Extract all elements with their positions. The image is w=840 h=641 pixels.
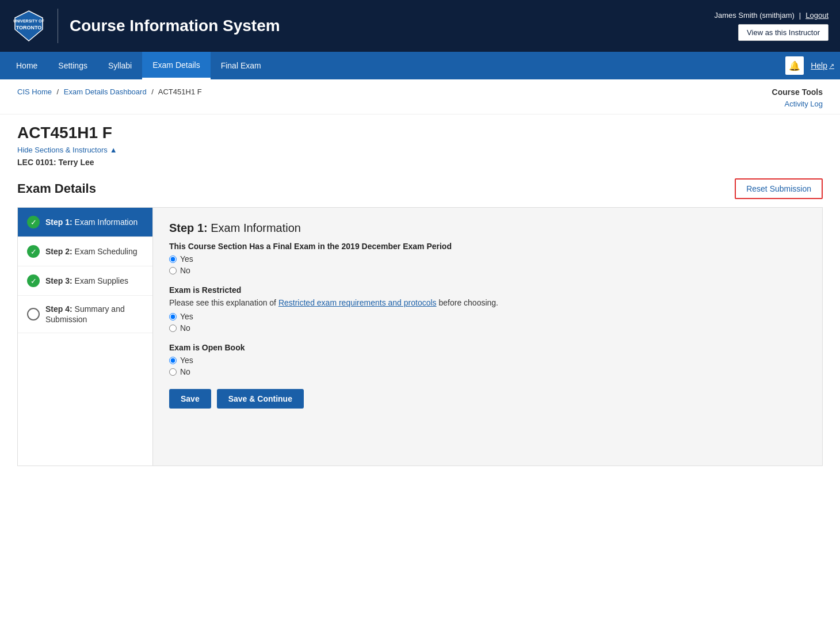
- exam-details-section: Exam Details Reset Submission ✓ Step 1: …: [0, 167, 840, 478]
- step-1-label: Step 1: Exam Information: [45, 217, 138, 227]
- logo-area: UNIVERSITY OF TORONTO: [12, 9, 46, 43]
- breadcrumb: CIS Home / Exam Details Dashboard / ACT4…: [17, 87, 202, 96]
- q2-yes-option: Yes: [169, 312, 806, 321]
- step-2-check-icon: ✓: [27, 245, 40, 258]
- step-3-item[interactable]: ✓ Step 3: Exam Supplies: [18, 266, 152, 296]
- q3-no-radio[interactable]: [169, 368, 177, 376]
- navbar-right: 🔔 Help ↗: [785, 56, 834, 75]
- breadcrumb-cis-home[interactable]: CIS Home: [17, 87, 52, 96]
- app-title: Course Information System: [70, 17, 280, 35]
- question-3-title: Exam is Open Book: [169, 343, 806, 352]
- navbar-links: Home Settings Syllabi Exam Details Final…: [6, 52, 785, 79]
- help-label: Help: [811, 61, 827, 70]
- step-3-check-icon: ✓: [27, 274, 40, 287]
- breadcrumb-sep-1: /: [57, 87, 59, 96]
- help-link[interactable]: Help ↗: [811, 61, 834, 70]
- step-2-item[interactable]: ✓ Step 2: Exam Scheduling: [18, 237, 152, 266]
- nav-syllabi[interactable]: Syllabi: [98, 52, 142, 79]
- step-title-suffix: Exam Information: [211, 222, 301, 234]
- q1-no-radio[interactable]: [169, 267, 177, 274]
- steps-sidebar: ✓ Step 1: Exam Information ✓ Step 2: Exa…: [18, 208, 153, 466]
- q1-yes-radio[interactable]: [169, 255, 177, 263]
- svg-text:UNIVERSITY OF: UNIVERSITY OF: [13, 19, 44, 23]
- reset-submission-button[interactable]: Reset Submission: [735, 178, 823, 199]
- q3-yes-label: Yes: [180, 356, 193, 365]
- separator: |: [799, 11, 801, 20]
- q1-yes-option: Yes: [169, 254, 806, 264]
- course-tools: Course Tools Activity Log: [772, 87, 823, 108]
- hide-sections-label: Hide Sections & Instructors: [17, 146, 108, 154]
- question-2-block: Exam is Restricted Please see this expla…: [169, 285, 806, 333]
- question-1-title: This Course Section Has a Final Exam in …: [169, 242, 806, 251]
- nav-settings[interactable]: Settings: [48, 52, 98, 79]
- breadcrumb-section: CIS Home / Exam Details Dashboard / ACT4…: [0, 79, 840, 115]
- q1-yes-label: Yes: [180, 254, 193, 264]
- q2-desc-before: Please see this explanation of: [169, 298, 278, 307]
- question-2-subtitle: Please see this explanation of Restricte…: [169, 298, 806, 307]
- q2-no-radio[interactable]: [169, 325, 177, 332]
- breadcrumb-exam-details[interactable]: Exam Details Dashboard: [64, 87, 147, 96]
- user-info: James Smith (smithjam) | Logout: [714, 11, 828, 20]
- header-left: UNIVERSITY OF TORONTO Course Information…: [12, 9, 280, 43]
- step-4-label: Step 4: Summary and Submission: [45, 304, 143, 325]
- header-divider: [58, 9, 58, 43]
- q2-yes-label: Yes: [180, 312, 193, 321]
- step-title-prefix: Step 1:: [169, 222, 208, 234]
- step-content: Step 1: Exam Information This Course Sec…: [153, 208, 822, 466]
- step-3-label: Step 3: Exam Supplies: [45, 276, 128, 286]
- question-3-block: Exam is Open Book Yes No: [169, 343, 806, 376]
- q2-yes-radio[interactable]: [169, 313, 177, 320]
- q3-yes-option: Yes: [169, 356, 806, 365]
- lec-info: LEC 0101: Terry Lee: [17, 158, 823, 167]
- step-4-circle-icon: [27, 308, 40, 320]
- header-right: James Smith (smithjam) | Logout View as …: [714, 11, 828, 41]
- q3-no-label: No: [180, 367, 190, 376]
- nav-home[interactable]: Home: [6, 52, 48, 79]
- step-1-item[interactable]: ✓ Step 1: Exam Information: [18, 208, 152, 237]
- chevron-up-icon: ▲: [110, 146, 117, 154]
- breadcrumb-current: ACT451H1 F: [158, 87, 202, 96]
- external-link-icon: ↗: [829, 62, 834, 70]
- exam-details-title: Exam Details: [17, 181, 96, 196]
- bell-button[interactable]: 🔔: [785, 56, 804, 75]
- q2-no-label: No: [180, 323, 190, 333]
- exam-details-header: Exam Details Reset Submission: [17, 178, 823, 199]
- step-1-check-icon: ✓: [27, 216, 40, 228]
- q2-no-option: No: [169, 323, 806, 333]
- svg-text:TORONTO: TORONTO: [16, 25, 42, 30]
- buttons-row: Save Save & Continue: [169, 389, 806, 409]
- university-logo: UNIVERSITY OF TORONTO: [12, 9, 46, 43]
- username: James Smith (smithjam): [714, 11, 794, 20]
- nav-exam-details[interactable]: Exam Details: [142, 52, 210, 79]
- q1-no-option: No: [169, 266, 806, 275]
- header: UNIVERSITY OF TORONTO Course Information…: [0, 0, 840, 52]
- step-4-item[interactable]: Step 4: Summary and Submission: [18, 296, 152, 333]
- save-button[interactable]: Save: [169, 389, 211, 409]
- save-continue-button[interactable]: Save & Continue: [217, 389, 304, 409]
- q3-yes-radio[interactable]: [169, 357, 177, 364]
- course-title-section: ACT451H1 F Hide Sections & Instructors ▲…: [0, 115, 840, 167]
- activity-log-link[interactable]: Activity Log: [785, 100, 823, 108]
- logout-link[interactable]: Logout: [805, 11, 828, 20]
- hide-sections-link[interactable]: Hide Sections & Instructors ▲: [17, 146, 823, 154]
- restricted-exam-link[interactable]: Restricted exam requirements and protoco…: [278, 298, 437, 307]
- steps-container: ✓ Step 1: Exam Information ✓ Step 2: Exa…: [17, 207, 823, 466]
- step-content-title: Step 1: Exam Information: [169, 222, 806, 235]
- course-tools-title: Course Tools: [772, 87, 823, 97]
- step-2-label: Step 2: Exam Scheduling: [45, 246, 138, 257]
- q2-desc-after: before choosing.: [437, 298, 498, 307]
- question-1-block: This Course Section Has a Final Exam in …: [169, 242, 806, 275]
- breadcrumb-sep-2: /: [151, 87, 154, 96]
- course-title: ACT451H1 F: [17, 124, 823, 142]
- q1-no-label: No: [180, 266, 190, 275]
- q3-no-option: No: [169, 367, 806, 376]
- bell-icon: 🔔: [789, 60, 800, 71]
- question-2-title: Exam is Restricted: [169, 285, 806, 295]
- nav-final-exam[interactable]: Final Exam: [211, 52, 272, 79]
- navbar: Home Settings Syllabi Exam Details Final…: [0, 52, 840, 79]
- view-instructor-button[interactable]: View as this Instructor: [738, 24, 828, 41]
